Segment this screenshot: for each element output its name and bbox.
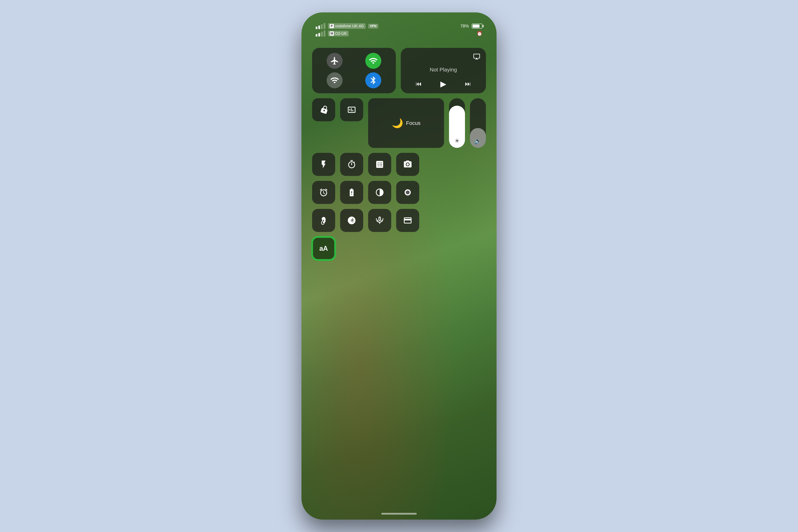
moon-icon: 🌙: [392, 118, 403, 129]
prev-button[interactable]: ⏮: [416, 80, 422, 87]
flashlight-icon: [319, 160, 328, 169]
aa-label: aA: [319, 245, 328, 252]
shazam-icon: S: [347, 216, 356, 225]
home-indicator[interactable]: [381, 513, 417, 515]
flashlight-button[interactable]: [312, 153, 335, 176]
screen-mirror-icon: [347, 105, 356, 114]
screen-mirror-button[interactable]: [340, 98, 363, 121]
signal-bar: [324, 31, 325, 37]
signal-bar: [321, 24, 323, 29]
status-right-2: ⏰: [477, 31, 482, 36]
carrier-2-badge: M O2-UK: [328, 31, 349, 36]
bluetooth-button[interactable]: [365, 72, 381, 88]
svg-point-1: [406, 190, 410, 194]
hearing-icon: [319, 216, 328, 225]
battery-percentage: 78%: [460, 24, 469, 28]
signal-bar: [318, 33, 320, 37]
wallet-button[interactable]: [396, 209, 419, 232]
status-bar: P vodafone UK 4G VPN 78%: [316, 23, 482, 37]
text-size-button[interactable]: aA: [312, 237, 335, 260]
signal-bar: [318, 25, 320, 29]
dark-mode-button[interactable]: [368, 181, 391, 204]
signal-bars-2: [316, 31, 325, 37]
screen-record-icon: [403, 188, 412, 197]
airplane-mode-button[interactable]: [327, 53, 343, 69]
play-button[interactable]: ▶: [440, 79, 446, 88]
wifi-icon: [330, 76, 339, 85]
svg-text:S: S: [350, 218, 353, 224]
calculator-icon: [375, 160, 384, 169]
status-right-1: 78%: [460, 24, 482, 28]
alarm-button[interactable]: [312, 181, 335, 204]
signal-bars-1: [316, 23, 325, 29]
icon-row-4: [312, 181, 486, 204]
control-center: Not Playing ⏮ ▶ ⏭: [312, 48, 486, 502]
volume-slider[interactable]: 🔈: [470, 98, 486, 148]
carrier-1-badge: P vodafone UK 4G: [328, 23, 366, 29]
connectivity-panel[interactable]: [312, 48, 396, 93]
battery-widget-button[interactable]: [340, 181, 363, 204]
sound-recognition-button[interactable]: [368, 209, 391, 232]
carrier-2-name: O2-UK: [335, 31, 347, 36]
carrier-1-name: vodafone UK 4G: [335, 24, 364, 28]
sliders-container: ☀ 🔈: [449, 98, 486, 148]
hearing-button[interactable]: [312, 209, 335, 232]
status-row-2: M O2-UK ⏰: [316, 31, 482, 37]
vpn-badge: VPN: [368, 24, 378, 28]
cellular-button[interactable]: [365, 53, 381, 69]
wifi-button[interactable]: [327, 72, 343, 88]
alarm-status-icon: ⏰: [477, 31, 482, 36]
top-row: Not Playing ⏮ ▶ ⏭: [312, 48, 486, 93]
alarm-icon: [319, 188, 328, 197]
shazam-button[interactable]: S: [340, 209, 363, 232]
airplay-icon[interactable]: [473, 53, 480, 60]
focus-button[interactable]: 🌙 Focus: [368, 98, 444, 148]
battery-icon: [472, 24, 482, 28]
now-playing-header: [406, 53, 480, 60]
bluetooth-icon: [369, 76, 378, 85]
dark-mode-icon: [375, 188, 384, 197]
screen-record-button[interactable]: [396, 181, 419, 204]
focus-label: Focus: [406, 120, 421, 126]
brightness-icon: ☀: [454, 137, 460, 148]
status-row-1: P vodafone UK 4G VPN 78%: [316, 23, 482, 29]
camera-button[interactable]: [396, 153, 419, 176]
status-left-2: M O2-UK: [316, 31, 349, 37]
status-left-1: P vodafone UK 4G VPN: [316, 23, 378, 29]
battery-fill: [473, 24, 479, 28]
volume-icon: 🔈: [474, 137, 482, 148]
signal-bar: [316, 26, 318, 29]
icon-row-3: [312, 153, 486, 176]
sound-recognition-icon: [375, 216, 384, 225]
carrier-2-letter: M: [330, 32, 334, 36]
airplane-icon: [330, 56, 339, 65]
next-button[interactable]: ⏭: [465, 80, 471, 87]
icon-row-5: S: [312, 209, 486, 232]
orientation-lock-button[interactable]: [312, 98, 335, 121]
playback-controls: ⏮ ▶ ⏭: [406, 79, 480, 88]
orientation-lock-icon: [319, 104, 329, 115]
carrier-1-letter: P: [330, 24, 334, 28]
now-playing-title: Not Playing: [406, 60, 480, 79]
wallet-icon: [403, 216, 412, 225]
signal-bar: [324, 23, 325, 29]
signal-bar: [316, 34, 318, 37]
now-playing-panel[interactable]: Not Playing ⏮ ▶ ⏭: [401, 48, 486, 93]
brightness-slider[interactable]: ☀: [449, 98, 465, 148]
cellular-icon: [369, 56, 378, 65]
second-row: 🌙 Focus ☀ 🔈: [312, 98, 486, 148]
camera-icon: [403, 160, 412, 169]
icon-row-6: aA: [312, 237, 486, 260]
phone-screen: P vodafone UK 4G VPN 78%: [302, 13, 496, 519]
timer-button[interactable]: [340, 153, 363, 176]
signal-bar: [321, 32, 323, 37]
calculator-button[interactable]: [368, 153, 391, 176]
battery-widget-icon: [347, 188, 356, 197]
timer-icon: [347, 160, 356, 169]
